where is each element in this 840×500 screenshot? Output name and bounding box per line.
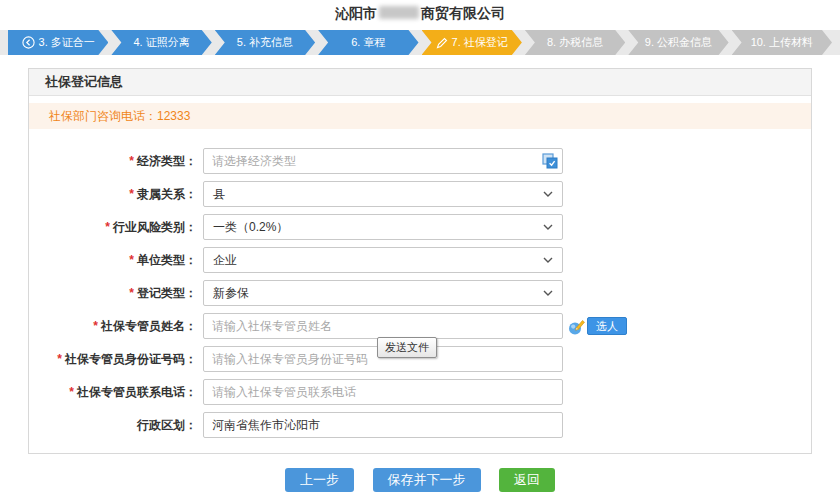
affiliation-select[interactable]: 县: [203, 181, 563, 207]
chevron-down-icon: [543, 224, 553, 230]
previous-step-button[interactable]: 上一步: [285, 468, 354, 492]
economic-type-input[interactable]: [203, 148, 563, 174]
required-mark: *: [129, 286, 134, 300]
step-navigation: 3. 多证合一 4. 证照分离 5. 补充信息 6. 章程 7. 社保登记 8.…: [0, 30, 840, 55]
field-label: *隶属关系：: [29, 186, 197, 203]
field-label: 行政区划：: [29, 417, 197, 434]
step-label: 4. 证照分离: [133, 35, 189, 50]
form-row-registration-type: *登记类型： 新参保: [29, 280, 811, 306]
save-and-next-button[interactable]: 保存并下一步: [373, 468, 481, 492]
chevron-left-circle-icon[interactable]: [22, 36, 35, 49]
registration-type-select[interactable]: 新参保: [203, 280, 563, 306]
step-9-housing-fund[interactable]: 9. 公积金信息: [628, 30, 728, 55]
field-label: *社保专管员联系电话：: [29, 384, 197, 401]
redacted-company-name: [379, 6, 419, 19]
send-file-tooltip: 发送文件: [377, 337, 437, 358]
chevron-down-icon: [543, 290, 553, 296]
field-label: *行业风险类别：: [29, 219, 197, 236]
step-3-multi-cert[interactable]: 3. 多证合一: [8, 30, 108, 55]
field-label: *经济类型：: [29, 153, 197, 170]
form-row-admin-division: 行政区划：: [29, 412, 811, 438]
required-mark: *: [129, 187, 134, 201]
step-5-supplementary-info[interactable]: 5. 补充信息: [215, 30, 315, 55]
step-10-upload-materials[interactable]: 10. 上传材料: [732, 30, 832, 55]
social-security-panel: 社保登记信息 社保部门咨询电话：12333 *经济类型： *隶属关系： 县: [28, 68, 812, 454]
step-4-license-separation[interactable]: 4. 证照分离: [111, 30, 211, 55]
choose-person-button[interactable]: 选人: [587, 317, 627, 335]
step-label: 3. 多证合一: [39, 35, 95, 50]
form-row-admin-phone: *社保专管员联系电话：: [29, 379, 811, 405]
step-label: 7. 社保登记: [452, 35, 508, 50]
selected-value: 新参保: [213, 285, 249, 302]
admin-phone-input[interactable]: [203, 379, 563, 405]
chevron-down-icon: [543, 257, 553, 263]
required-mark: *: [69, 385, 74, 399]
company-name-prefix: 沁阳市: [335, 5, 377, 21]
form-row-economic-type: *经济类型：: [29, 148, 811, 174]
select-dialog-icon[interactable]: [541, 152, 559, 170]
company-name-suffix: 商贸有限公司: [421, 5, 505, 21]
field-label: *单位类型：: [29, 252, 197, 269]
required-mark: *: [93, 319, 98, 333]
social-security-form: *经济类型： *隶属关系： 县 *行业风险类别：: [29, 129, 811, 453]
field-label: *登记类型：: [29, 285, 197, 302]
page-title: 沁阳市商贸有限公司: [0, 0, 840, 24]
selected-value: 一类（0.2%）: [213, 219, 288, 236]
field-label: *社保专管员身份证号码：: [29, 351, 197, 368]
step-8-tax-info[interactable]: 8. 办税信息: [525, 30, 625, 55]
form-row-industry-risk: *行业风险类别： 一类（0.2%）: [29, 214, 811, 240]
pencil-icon: [436, 37, 448, 49]
required-mark: *: [129, 154, 134, 168]
return-button[interactable]: 返回: [499, 468, 555, 492]
unit-type-select[interactable]: 企业: [203, 247, 563, 273]
panel-header: 社保登记信息: [29, 69, 811, 96]
admin-name-input[interactable]: [203, 313, 563, 339]
required-mark: *: [129, 253, 134, 267]
field-label: *社保专管员姓名：: [29, 318, 197, 335]
form-row-affiliation: *隶属关系： 县: [29, 181, 811, 207]
form-row-admin-name: *社保专管员姓名： 选人: [29, 313, 811, 339]
chevron-down-icon: [543, 191, 553, 197]
industry-risk-select[interactable]: 一类（0.2%）: [203, 214, 563, 240]
step-label: 9. 公积金信息: [645, 35, 712, 50]
selected-value: 企业: [213, 252, 237, 269]
required-mark: *: [105, 220, 110, 234]
step-label: 8. 办税信息: [547, 35, 603, 50]
step-label: 10. 上传材料: [751, 35, 813, 50]
step-6-articles[interactable]: 6. 章程: [318, 30, 418, 55]
form-actions: 上一步 保存并下一步 返回: [0, 468, 840, 492]
step-label: 5. 补充信息: [237, 35, 293, 50]
form-row-unit-type: *单位类型： 企业: [29, 247, 811, 273]
admin-division-input[interactable]: [203, 412, 563, 438]
required-mark: *: [57, 352, 62, 366]
hotline-notice: 社保部门咨询电话：12333: [29, 103, 811, 129]
step-label: 6. 章程: [351, 35, 385, 50]
step-7-social-security[interactable]: 7. 社保登记: [422, 30, 522, 55]
selected-value: 县: [213, 186, 225, 203]
person-pencil-icon[interactable]: [567, 317, 586, 336]
